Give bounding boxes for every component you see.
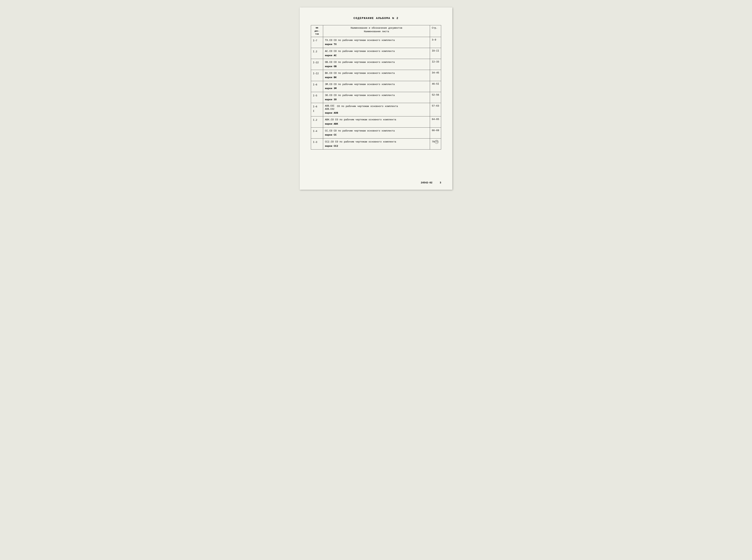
row-code: СС.СО bbox=[325, 129, 334, 132]
header-col-num: №№ дис- тов bbox=[311, 25, 323, 37]
page: СОДЕРЖАНИЕ АЛЬБОМА № 2 №№ дис- тов Наиме… bbox=[300, 7, 452, 190]
row-main-line: ЭМ.СО СО по рабочим чертежам основного к… bbox=[325, 83, 428, 86]
row-page: I2–33 bbox=[430, 59, 441, 70]
row-sub-line: марки ВК bbox=[325, 76, 428, 79]
table-row: I–5ЗО.СО СО по рабочим чертежам основног… bbox=[311, 92, 441, 103]
main-table: №№ дис- тов Наименование и обозначение д… bbox=[311, 25, 441, 149]
row-sub-line: марки АВК bbox=[325, 122, 428, 126]
row-page: 3–9 bbox=[430, 37, 441, 48]
row-sub-line: марки ТХ bbox=[325, 43, 428, 46]
row-num: I–7 bbox=[311, 37, 323, 48]
header-col-name: Наименование и обозначение документов На… bbox=[323, 25, 430, 37]
table-row: I–6 IАОВ.СОIАОВ.СО2 СО по рабочим чертеж… bbox=[311, 103, 441, 116]
table-row: I–4СС.СО СО по рабочим чертежам основног… bbox=[311, 127, 441, 138]
row-page: 46–5I bbox=[430, 81, 441, 92]
row-description: ЗО.СО СО по рабочим чертежам основного к… bbox=[323, 92, 430, 103]
row-description: ЭМ.СО СО по рабочим чертежам основного к… bbox=[323, 81, 430, 92]
row-main-line: СС2.СО СО по рабочим чертежам основного … bbox=[325, 140, 428, 144]
row-code: ОВ.СО bbox=[325, 61, 334, 64]
row-code: ВК.СО bbox=[325, 72, 334, 75]
row-sub-line: марки ЭМ bbox=[325, 87, 428, 91]
table-row: I.2АВК.СО СО по рабочим чертежам основно… bbox=[311, 116, 441, 127]
footer: 24542-02 3 bbox=[421, 181, 441, 184]
table-row: I–7ТХ.СО СО по рабочим чертежам основног… bbox=[311, 37, 441, 48]
row-description: ТХ.СО СО по рабочим чертежам основного к… bbox=[323, 37, 430, 48]
row-num: I.2 bbox=[311, 48, 323, 59]
row-sub-line: марки СС2 bbox=[325, 144, 428, 148]
row-sub-line: марки ОВ bbox=[325, 65, 428, 68]
row-sub-line: марки АОВ bbox=[325, 111, 428, 115]
row-num: I–6 I bbox=[311, 103, 323, 116]
circled-page: 72 bbox=[435, 140, 439, 144]
row-page: IO–II bbox=[430, 48, 441, 59]
page-title: СОДЕРЖАНИЕ АЛЬБОМА № 2 bbox=[311, 17, 441, 20]
header-col-page: Стр. bbox=[430, 25, 441, 37]
row-description: АВК.СО СО по рабочим чертежам основного … bbox=[323, 116, 430, 127]
row-main-line: АС.СО СО по рабочим чертежам основного к… bbox=[325, 49, 428, 53]
row-num: I.2 bbox=[311, 116, 323, 127]
row-page: 57–63 bbox=[430, 103, 441, 116]
table-row: I–6ЭМ.СО СО по рабочим чертежам основног… bbox=[311, 81, 441, 92]
row-num: I–I2 bbox=[311, 70, 323, 81]
row-code: АВК.СО bbox=[325, 118, 335, 121]
row-description: ОВ.СО СО по рабочим чертежам основного к… bbox=[323, 59, 430, 70]
row-main-line: АОВ.СОIАОВ.СО2 СО по рабочим чертежам ос… bbox=[325, 104, 428, 111]
row-main-line: СС.СО СО по рабочим чертежам основного к… bbox=[325, 129, 428, 133]
row-num: I–4 bbox=[311, 127, 323, 138]
row-description: СС2.СО СО по рабочим чертежам основного … bbox=[323, 138, 430, 149]
row-sub-line: марки СС bbox=[325, 133, 428, 137]
footer-page: 3 bbox=[440, 181, 441, 184]
row-page: 52–56 bbox=[430, 92, 441, 103]
row-sub-line: марки ЗО bbox=[325, 98, 428, 102]
row-main-line: АВК.СО СО по рабочим чертежам основного … bbox=[325, 118, 428, 122]
row-sub-line: марки АС bbox=[325, 54, 428, 58]
table-row: I–22ОВ.СО СО по рабочим чертежам основно… bbox=[311, 59, 441, 70]
row-page: 34–45 bbox=[430, 70, 441, 81]
row-main-line: ЗО.СО СО по рабочим чертежам основного к… bbox=[325, 94, 428, 97]
footer-doc-num: 24542-02 bbox=[421, 181, 432, 184]
row-num: I–3 bbox=[311, 138, 323, 149]
row-code: АС.СО bbox=[325, 50, 334, 53]
row-description: ВК.СО СО по рабочим чертежам основного к… bbox=[323, 70, 430, 81]
row-main-line: ВК.СО СО по рабочим чертежам основного к… bbox=[325, 72, 428, 75]
row-num: I–6 bbox=[311, 81, 323, 92]
row-page: 66–69 bbox=[430, 127, 441, 138]
table-row: I.2АС.СО СО по рабочим чертежам основног… bbox=[311, 48, 441, 59]
table-row: I–3СС2.СО СО по рабочим чертежам основно… bbox=[311, 138, 441, 149]
row-code: ТХ.СО bbox=[325, 39, 334, 42]
row-page: 64–65 bbox=[430, 116, 441, 127]
row-code: ЭМ.СО bbox=[325, 83, 334, 86]
row-code: АОВ.СОIАОВ.СО2 bbox=[325, 104, 334, 111]
table-header: №№ дис- тов Наименование и обозначение д… bbox=[311, 25, 441, 37]
row-page: 7072 bbox=[430, 138, 441, 149]
row-main-line: ТХ.СО СО по рабочим чертежам основного к… bbox=[325, 39, 428, 42]
row-code: СС2.СО bbox=[325, 140, 335, 143]
row-code: ЗО.СО bbox=[325, 94, 334, 97]
row-num: I–22 bbox=[311, 59, 323, 70]
row-description: АС.СО СО по рабочим чертежам основного к… bbox=[323, 48, 430, 59]
row-num: I–5 bbox=[311, 92, 323, 103]
row-description: АОВ.СОIАОВ.СО2 СО по рабочим чертежам ос… bbox=[323, 103, 430, 116]
table-row: I–I2ВК.СО СО по рабочим чертежам основно… bbox=[311, 70, 441, 81]
row-description: СС.СО СО по рабочим чертежам основного к… bbox=[323, 127, 430, 138]
row-main-line: ОВ.СО СО по рабочим чертежам основного к… bbox=[325, 60, 428, 64]
